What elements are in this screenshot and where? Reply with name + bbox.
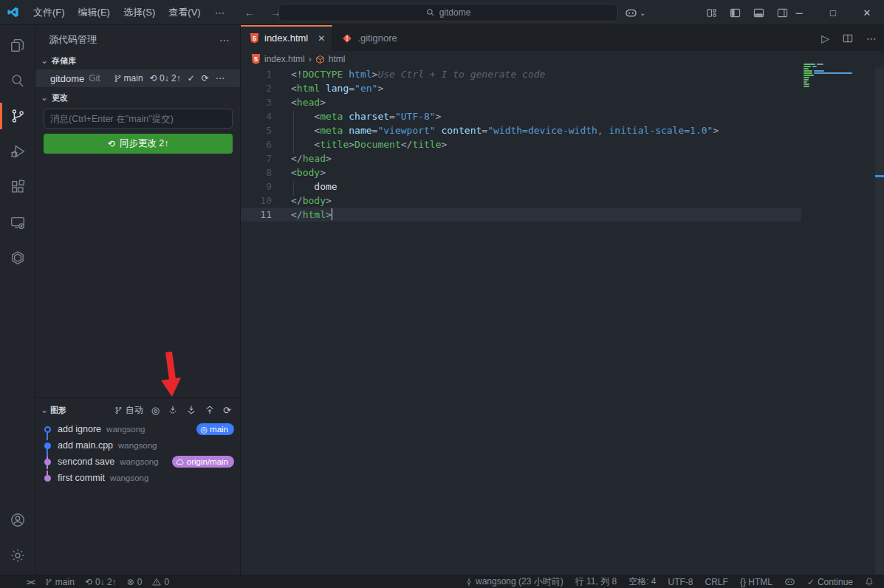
command-center-search[interactable]: gitdome: [278, 4, 618, 21]
source-control-sidebar: 源代码管理 ⋯ ⌄ 存储库 gitdome Git main ⟲ 0↓ 2↑ ✓…: [35, 25, 241, 575]
run-file-icon[interactable]: ▷: [821, 33, 829, 44]
commit-graph-list: add ignorewangsong◎mainadd main.cppwangs…: [35, 421, 240, 486]
repo-more-icon[interactable]: ⋯: [216, 73, 225, 83]
menu-item-1[interactable]: 文件(F): [27, 7, 72, 18]
graph-auto-branch[interactable]: 自动: [114, 404, 143, 417]
graph-target-icon[interactable]: ◎: [151, 405, 160, 416]
settings-gear-icon[interactable]: [0, 538, 35, 573]
vscode-logo-icon: [7, 6, 19, 18]
explorer-icon[interactable]: [0, 27, 35, 63]
graph-refresh-icon[interactable]: ⟳: [223, 405, 231, 416]
menu-item-2[interactable]: 编辑(E): [72, 7, 117, 18]
code-line-4[interactable]: 4 <meta charset="UTF-8">: [241, 109, 801, 123]
repo-scm-label: Git: [89, 73, 100, 83]
tab-.gitignore[interactable]: .gitignore: [333, 25, 405, 51]
repo-branch[interactable]: main: [114, 73, 143, 83]
graph-connector: [47, 448, 48, 457]
changes-section-header[interactable]: ⌄ 更改: [35, 90, 240, 105]
bell-status-item[interactable]: [865, 577, 874, 587]
menu-bar: 文件(F)编辑(E)选择(S)查看(V): [27, 0, 208, 25]
commit-check-icon[interactable]: ✓: [188, 73, 195, 83]
menu-item-3[interactable]: 选择(S): [117, 7, 162, 18]
line-content: </body>: [291, 194, 332, 208]
status-right-3[interactable]: UTF-8: [668, 577, 693, 587]
refresh-icon[interactable]: ⟳: [202, 73, 209, 83]
line-content: <html lang="en">: [291, 81, 383, 95]
line-content: <body>: [291, 165, 326, 180]
code-area[interactable]: 1<!DOCTYPE html>Use Ctrl + I to generate…: [241, 67, 884, 575]
window-close-icon[interactable]: ✕: [850, 0, 884, 25]
hexagon-extension-icon[interactable]: [0, 240, 35, 276]
window-minimize-icon[interactable]: ─: [782, 0, 816, 25]
search-sidebar-icon[interactable]: [0, 63, 35, 98]
line-content: <title>Document</title>: [291, 137, 447, 151]
graph-section: ⌄ 图形 自动 ◎ ⟳ add ignorewangsong◎mainadd m…: [35, 397, 240, 486]
code-line-2[interactable]: 2<html lang="en">: [241, 81, 801, 95]
error-status-item[interactable]: ⊗0: [127, 577, 143, 587]
cloud-icon: [176, 458, 185, 465]
line-number: 1: [241, 67, 291, 81]
code-line-8[interactable]: 8<body>: [241, 165, 801, 180]
code-line-9[interactable]: 9 dome: [241, 180, 801, 194]
repo-sync-counts[interactable]: ⟲ 0↓ 2↑: [150, 73, 181, 83]
editor-more-icon[interactable]: ⋯: [866, 33, 877, 44]
tab-index.html[interactable]: 5index.html✕: [241, 25, 333, 51]
editor-scrollbar[interactable]: [875, 67, 884, 575]
code-line-7[interactable]: 7</head>: [241, 151, 801, 165]
branch-badge-origin/main[interactable]: origin/main: [172, 456, 234, 468]
commit-message-input[interactable]: [44, 109, 233, 129]
status-right-2[interactable]: 空格: 4: [628, 575, 656, 588]
code-line-10[interactable]: 10</body>: [241, 194, 801, 208]
sync-changes-button[interactable]: ⟲ 同步更改 2↑: [44, 134, 233, 154]
branch-status-item[interactable]: main: [45, 577, 75, 587]
sidebar-title: 源代码管理: [49, 33, 219, 47]
commit-status-item[interactable]: wangsong (23 小时前): [465, 575, 563, 588]
commit-row[interactable]: sencond savewangsongorigin/main: [35, 454, 240, 470]
check-status-item[interactable]: ✓Continue: [807, 577, 853, 587]
tab-close-icon[interactable]: ✕: [318, 33, 325, 44]
toggle-primary-sidebar-icon[interactable]: [730, 7, 741, 18]
code-line-3[interactable]: 3<head>: [241, 95, 801, 109]
warning-status-item[interactable]: 0: [152, 577, 169, 587]
push-icon[interactable]: [205, 405, 215, 415]
code-line-11[interactable]: 11</html>: [241, 208, 801, 222]
branch-badge-main[interactable]: ◎main: [196, 423, 234, 435]
sidebar-more-icon[interactable]: ⋯: [219, 34, 230, 46]
minimap[interactable]: [804, 64, 866, 87]
repository-row[interactable]: gitdome Git main ⟲ 0↓ 2↑ ✓ ⟳ ⋯: [35, 69, 240, 87]
commit-dot-blue: [44, 442, 51, 449]
copilot-menu[interactable]: ⌄: [625, 0, 645, 25]
pull-icon[interactable]: [186, 405, 196, 415]
commit-author: wangsong: [106, 425, 145, 434]
extensions-icon[interactable]: [0, 169, 35, 205]
menubar-more-icon[interactable]: ⋯: [208, 0, 233, 25]
commit-row[interactable]: first commitwangsong: [35, 470, 240, 486]
status-right-5[interactable]: {} HTML: [740, 577, 772, 587]
status-right-1[interactable]: 行 11, 列 8: [575, 575, 617, 588]
commit-row[interactable]: add main.cppwangsong: [35, 437, 240, 454]
code-line-1[interactable]: 1<!DOCTYPE html>Use Ctrl + I to generate…: [241, 67, 801, 81]
remote-explorer-icon[interactable]: [0, 205, 35, 240]
nav-back-icon[interactable]: ←: [244, 6, 256, 18]
sync-status-item[interactable]: ⟲0↓ 2↑: [85, 577, 117, 587]
commit-row[interactable]: add ignorewangsong◎main: [35, 421, 240, 437]
code-line-5[interactable]: 5 <meta name="viewport" content="width=d…: [241, 123, 801, 137]
text-cursor: [332, 208, 333, 220]
breadcrumb[interactable]: 5 index.html › html: [241, 51, 884, 67]
status-right-4[interactable]: CRLF: [705, 577, 728, 587]
window-maximize-icon[interactable]: □: [816, 0, 850, 25]
customize-layout-icon[interactable]: [706, 7, 717, 18]
menu-item-4[interactable]: 查看(V): [162, 7, 207, 18]
repositories-section-header[interactable]: ⌄ 存储库: [35, 53, 240, 68]
source-control-icon[interactable]: [0, 98, 35, 134]
remote-status-item[interactable]: ><: [27, 578, 35, 587]
copilot-status-item[interactable]: [784, 576, 795, 587]
fetch-icon[interactable]: [168, 405, 178, 415]
code-line-6[interactable]: 6 <title>Document</title>: [241, 137, 801, 151]
run-debug-icon[interactable]: [0, 134, 35, 169]
account-icon[interactable]: [0, 502, 35, 538]
toggle-panel-icon[interactable]: [753, 7, 764, 18]
commit-dot-purple: [44, 475, 51, 482]
indent-guide: [293, 112, 294, 154]
split-editor-icon[interactable]: [843, 33, 853, 44]
